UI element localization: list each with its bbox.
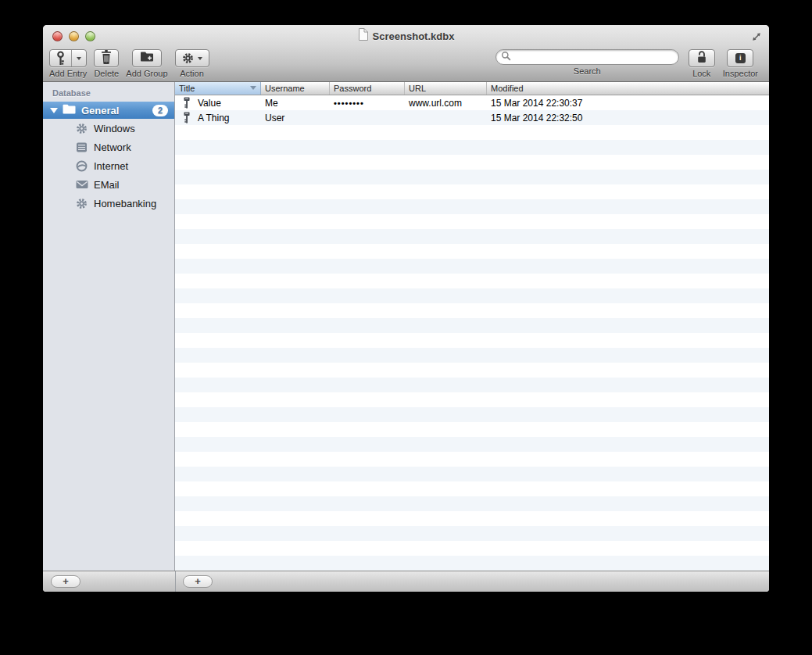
sidebar-item-network[interactable]: Network — [43, 138, 174, 156]
fullscreen-icon[interactable] — [750, 30, 763, 43]
add-group-button[interactable] — [132, 49, 162, 67]
column-header-title[interactable]: Title — [175, 82, 261, 95]
group-label: Homebanking — [94, 198, 156, 209]
action-dropdown[interactable] — [198, 50, 209, 66]
disclosure-triangle-icon[interactable] — [50, 108, 58, 113]
add-entry-label: Add Entry — [49, 70, 87, 78]
entry-table: Title Username Password URL Modified — [175, 82, 769, 571]
add-entry-button[interactable] — [49, 49, 87, 67]
main-area: Database General 2 — [43, 82, 769, 571]
table-row[interactable]: Value Me •••••••• www.url.com 15 Mar 201… — [175, 95, 769, 110]
bottom-bar: + + — [43, 571, 769, 592]
action-label: Action — [180, 70, 204, 78]
open-padlock-icon — [696, 50, 708, 66]
key-icon — [183, 97, 191, 109]
delete-label: Delete — [94, 70, 119, 78]
document-icon — [358, 28, 368, 44]
chevron-down-icon — [198, 57, 202, 60]
delete-button[interactable] — [94, 49, 119, 67]
group-label: Internet — [94, 160, 128, 172]
minimize-button[interactable] — [69, 31, 79, 41]
server-icon — [75, 142, 88, 152]
search-field[interactable] — [495, 49, 679, 65]
add-entry-plus-button[interactable]: + — [183, 575, 213, 588]
add-entry-dropdown[interactable] — [71, 50, 86, 66]
window-chrome: Screenshot.kdbx — [43, 25, 769, 82]
sidebar-divider — [175, 571, 176, 592]
sidebar-item-internet[interactable]: Internet — [43, 156, 174, 175]
gear-icon — [176, 50, 198, 66]
info-icon: i — [735, 53, 746, 63]
lock-group: Lock — [689, 49, 715, 78]
key-icon[interactable] — [50, 50, 71, 66]
gear-icon — [75, 198, 88, 209]
action-button[interactable] — [175, 49, 209, 67]
inspector-group: i Inspector — [723, 49, 758, 78]
trash-icon — [101, 50, 112, 67]
group-label: General — [81, 105, 119, 116]
entry-title: Value — [198, 98, 221, 109]
column-header-username[interactable]: Username — [261, 82, 330, 95]
sidebar-item-windows[interactable]: Windows — [43, 119, 174, 138]
folder-plus-icon — [140, 51, 154, 66]
title-proxy: Screenshot.kdbx — [358, 28, 455, 44]
sidebar-section-header: Database — [43, 87, 174, 99]
chevron-down-icon — [77, 57, 81, 60]
entry-password: •••••••• — [330, 98, 405, 108]
table-row[interactable]: A Thing User 15 Mar 2014 22:32:50 — [175, 110, 769, 125]
group-label: Network — [94, 141, 131, 153]
sort-descending-icon — [250, 86, 256, 90]
entry-username: Me — [261, 98, 330, 109]
column-header-modified[interactable]: Modified — [487, 82, 769, 95]
delete-group: Delete — [94, 49, 119, 78]
globe-icon — [75, 160, 88, 172]
group-label: EMail — [94, 179, 120, 191]
gear-icon — [75, 123, 88, 134]
add-group-plus-button[interactable]: + — [51, 575, 80, 588]
search-input[interactable] — [514, 51, 674, 63]
sidebar-item-general[interactable]: General 2 — [43, 102, 174, 119]
sidebar-item-email[interactable]: EMail — [43, 175, 174, 194]
zoom-button[interactable] — [85, 31, 95, 41]
add-group-label: Add Group — [126, 70, 167, 78]
search-label: Search — [574, 67, 601, 76]
table-rows: Value Me •••••••• www.url.com 15 Mar 201… — [175, 95, 769, 571]
add-entry-group: Add Entry — [49, 49, 87, 78]
titlebar[interactable]: Screenshot.kdbx — [43, 25, 769, 47]
inspector-button[interactable]: i — [727, 49, 753, 67]
column-header-url[interactable]: URL — [405, 82, 487, 95]
entry-modified: 15 Mar 2014 22:30:37 — [487, 98, 769, 109]
entry-modified: 15 Mar 2014 22:32:50 — [487, 113, 769, 123]
entry-username: User — [261, 113, 330, 123]
window-title: Screenshot.kdbx — [373, 30, 455, 42]
inspector-label: Inspector — [723, 70, 758, 78]
lock-button[interactable] — [689, 49, 715, 67]
lock-label: Lock — [692, 70, 710, 78]
action-group: Action — [175, 49, 209, 78]
app-window: Screenshot.kdbx — [43, 25, 769, 592]
folder-icon — [63, 104, 76, 116]
entry-title: A Thing — [198, 113, 229, 123]
entry-url: www.url.com — [405, 98, 487, 109]
column-header-password[interactable]: Password — [330, 82, 405, 95]
close-button[interactable] — [52, 31, 63, 41]
search-group: Search — [495, 49, 679, 76]
envelope-icon — [75, 180, 88, 189]
toolbar: Add Entry Delete — [43, 47, 769, 81]
entry-count-badge: 2 — [152, 105, 168, 116]
table-header: Title Username Password URL Modified — [175, 82, 769, 95]
magnifier-icon — [501, 50, 511, 64]
add-group-group: Add Group — [126, 49, 167, 78]
sidebar: Database General 2 — [43, 82, 175, 571]
key-icon — [183, 112, 191, 123]
group-label: Windows — [94, 123, 135, 134]
sidebar-item-homebanking[interactable]: Homebanking — [43, 194, 174, 213]
window-controls — [52, 31, 95, 41]
